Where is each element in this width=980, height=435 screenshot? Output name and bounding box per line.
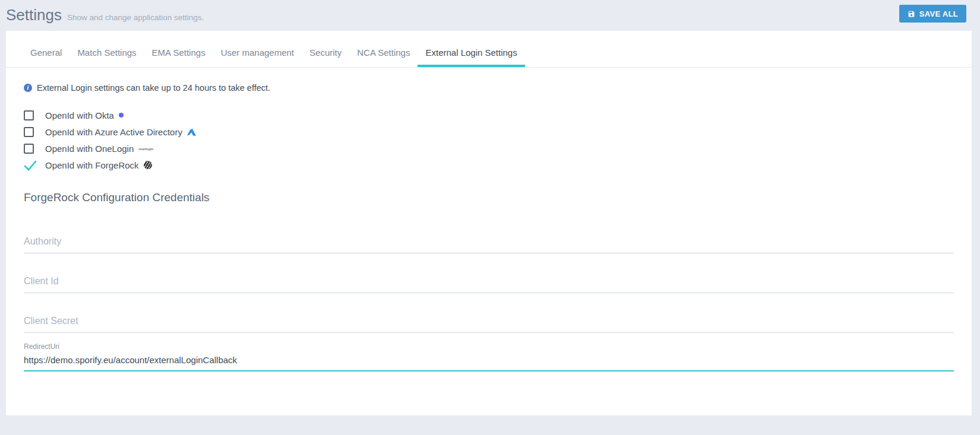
page-title: Settings [6, 6, 62, 24]
tab-external-login-settings[interactable]: External Login Settings [418, 40, 524, 67]
forgerock-icon [144, 161, 152, 169]
notice-banner: i External Login settings can take up to… [24, 83, 954, 93]
provider-row-onelogin[interactable]: OpenId with OneLogin onelogin [24, 140, 954, 157]
save-all-button[interactable]: SAVE ALL [899, 5, 966, 23]
notice-text: External Login settings can take up to 2… [37, 83, 270, 93]
redirect-uri-label: RedirectUri [24, 342, 954, 351]
page-header: Settings Show and change application set… [0, 0, 980, 31]
tab-general[interactable]: General [23, 40, 69, 67]
settings-card: General Match Settings EMA Settings User… [6, 31, 972, 415]
provider-label: OpenId with OneLogin [45, 144, 134, 154]
onelogin-checkbox[interactable] [24, 144, 34, 154]
redirect-uri-input[interactable] [24, 351, 954, 372]
floppy-disk-icon [908, 10, 915, 18]
client-secret-field-wrap [24, 311, 954, 333]
tab-security[interactable]: Security [302, 40, 349, 67]
tab-user-management[interactable]: User management [213, 40, 302, 67]
okta-checkbox[interactable] [24, 110, 34, 120]
azure-checkbox[interactable] [24, 127, 34, 137]
provider-label: OpenId with ForgeRock [45, 160, 139, 170]
provider-label: OpenId with Okta [45, 110, 114, 120]
provider-row-okta[interactable]: OpenId with Okta [24, 107, 954, 123]
onelogin-icon: onelogin [138, 147, 153, 151]
info-icon: i [24, 84, 32, 92]
provider-row-azure[interactable]: OpenId with Azure Active Directory [24, 123, 954, 140]
client-id-input[interactable] [24, 271, 954, 293]
client-secret-input[interactable] [24, 311, 954, 333]
okta-icon [119, 113, 124, 118]
tab-content: i External Login settings can take up to… [6, 83, 972, 372]
section-title: ForgeRock Configuration Credentials [24, 191, 954, 204]
provider-label: OpenId with Azure Active Directory [45, 127, 182, 137]
provider-list: OpenId with Okta OpenId with Azure Activ… [24, 107, 954, 173]
redirect-uri-field-wrap: RedirectUri [24, 342, 954, 372]
page-subtitle: Show and change application settings. [67, 13, 204, 22]
forgerock-checkbox[interactable] [24, 160, 34, 170]
check-icon [24, 160, 37, 171]
title-wrap: Settings Show and change application set… [6, 5, 204, 24]
tab-bar: General Match Settings EMA Settings User… [6, 31, 972, 68]
authority-input[interactable] [24, 231, 954, 253]
tab-match-settings[interactable]: Match Settings [69, 40, 144, 67]
save-all-label: SAVE ALL [919, 9, 958, 18]
provider-row-forgerock[interactable]: OpenId with ForgeRock [24, 157, 954, 173]
client-id-field-wrap [24, 271, 954, 293]
authority-field-wrap [24, 231, 954, 253]
tab-ema-settings[interactable]: EMA Settings [144, 40, 213, 67]
tab-nca-settings[interactable]: NCA Settings [349, 40, 418, 67]
azure-icon [187, 128, 196, 136]
